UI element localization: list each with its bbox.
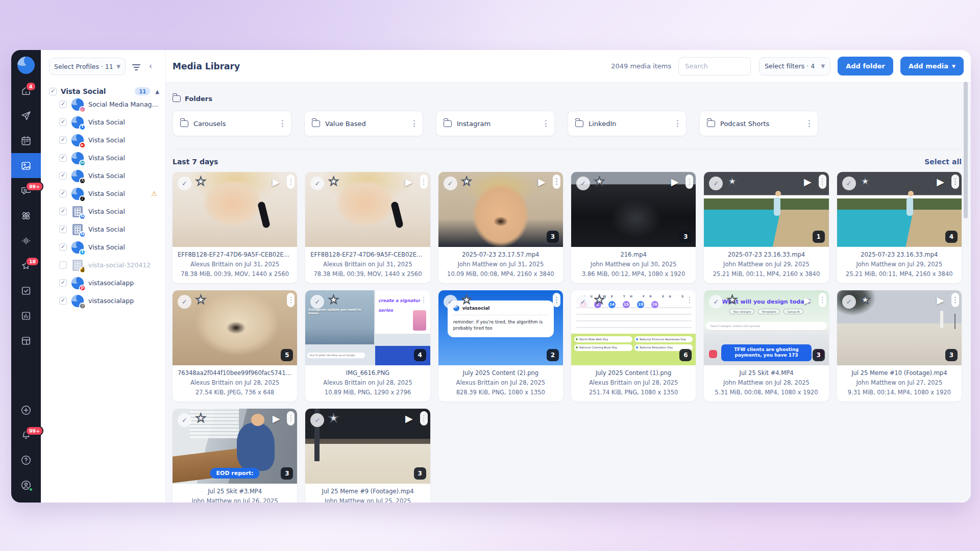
folder-chip[interactable]: Value Based <box>304 111 423 136</box>
favorite-star-icon[interactable]: ★ <box>860 174 871 188</box>
kebab-menu-icon[interactable] <box>674 118 681 129</box>
profile-row[interactable]: ▶ Vista Social <box>49 131 160 149</box>
nav-publish[interactable] <box>11 103 41 128</box>
kebab-menu-icon[interactable] <box>287 174 295 189</box>
kebab-menu-icon[interactable] <box>553 293 560 307</box>
group-checkbox[interactable] <box>49 88 57 95</box>
select-profiles-dropdown[interactable]: Select Profiles · 11 ▼ <box>49 58 126 75</box>
kebab-menu-icon[interactable] <box>410 118 418 129</box>
select-check-icon[interactable]: ✓ <box>576 295 590 309</box>
nav-home[interactable]: 4 <box>11 78 41 103</box>
profile-row[interactable]: G Vista Social <box>49 203 160 220</box>
nav-calendar[interactable] <box>11 128 41 153</box>
select-check-icon[interactable]: ✓ <box>576 177 590 190</box>
filter-icon[interactable] <box>130 60 143 73</box>
media-card[interactable]: EOD report: ✓ ★ ▶ 3 Jul 25 Skit #3.MP4 J… <box>173 409 297 503</box>
select-check-icon[interactable]: ✓ <box>444 295 457 309</box>
scrollbar-thumb[interactable] <box>964 82 968 218</box>
media-card[interactable]: ✓ ★ ▶ 4 2025-07-23 23.16.33.mp4 John Mat… <box>837 172 962 283</box>
favorite-star-icon[interactable]: ★ <box>594 174 605 188</box>
add-media-button[interactable]: Add media ▼ <box>900 57 964 76</box>
nav-dashboard[interactable] <box>11 328 41 353</box>
select-check-icon[interactable]: ✓ <box>310 177 324 190</box>
media-card[interactable]: ✓ ★ ▶ 1 2025-07-23 23.16.33.mp4 John Mat… <box>704 172 828 283</box>
favorite-star-icon[interactable]: ★ <box>195 174 206 188</box>
add-folder-button[interactable]: Add folder <box>838 57 893 76</box>
profile-row[interactable]: f Vista Social <box>49 113 160 131</box>
profile-checkbox[interactable] <box>59 190 67 197</box>
profile-checkbox[interactable] <box>59 136 67 144</box>
media-card[interactable]: vistasocial reminder: if you're tired, t… <box>438 290 563 402</box>
favorite-star-icon[interactable]: ★ <box>195 293 206 306</box>
profile-checkbox[interactable] <box>59 208 67 215</box>
kebab-menu-icon[interactable] <box>819 174 826 189</box>
profile-checkbox[interactable] <box>59 154 67 162</box>
help-button[interactable] <box>11 447 41 472</box>
select-check-icon[interactable]: ✓ <box>444 177 457 190</box>
profile-row[interactable]: in Vista Social <box>49 149 160 167</box>
media-card[interactable]: What will you design today? Your designs… <box>704 290 828 402</box>
collapse-panel-icon[interactable]: ‹ <box>147 61 154 72</box>
kebab-menu-icon[interactable] <box>420 411 428 425</box>
nav-connections[interactable] <box>11 203 41 228</box>
profile-checkbox[interactable] <box>59 279 67 287</box>
media-card[interactable]: ✓ ★ ▶ 3 2025-07-23 23.17.57.mp4 John Mat… <box>438 172 563 283</box>
chevron-up-icon[interactable]: ▲ <box>154 89 160 94</box>
kebab-menu-icon[interactable] <box>287 293 295 307</box>
profile-row[interactable]: 𝕏 Vista Social <box>49 167 160 185</box>
kebab-menu-icon[interactable] <box>951 293 959 307</box>
select-check-icon[interactable]: ✓ <box>178 177 191 190</box>
favorite-star-icon[interactable]: ★ <box>594 293 605 306</box>
select-check-icon[interactable]: ✓ <box>709 295 723 309</box>
profile-row[interactable]: t Vista Social <box>49 238 160 256</box>
media-card[interactable]: ✓ ★ 5 76348aa2f044f10bee99f960fac57411.j… <box>173 290 297 402</box>
media-card[interactable]: Instagram update you need to know: creat… <box>305 290 430 402</box>
nav-reports[interactable] <box>11 303 41 328</box>
kebab-menu-icon[interactable] <box>420 174 428 189</box>
account-button[interactable] <box>11 472 41 497</box>
vista-social-logo[interactable] <box>17 57 35 74</box>
profile-row[interactable]: p vistasocialapp <box>49 274 160 292</box>
favorite-star-icon[interactable]: ★ <box>860 293 871 306</box>
folder-chip[interactable]: Carousels <box>173 111 291 136</box>
favorite-star-icon[interactable]: ★ <box>195 411 206 424</box>
folder-chip[interactable]: Podcast Shorts <box>699 111 818 136</box>
profile-row[interactable]: G Vista Social <box>49 220 160 238</box>
select-check-icon[interactable]: ✓ <box>842 295 856 309</box>
favorite-star-icon[interactable]: ★ <box>328 174 339 188</box>
select-all-link[interactable]: Select all <box>924 158 962 166</box>
nav-media-library[interactable] <box>11 153 41 178</box>
media-card[interactable]: ✓ ★ ▶ 3 Jul 25 Meme #10 (Footage).mp4 Jo… <box>837 290 962 402</box>
kebab-menu-icon[interactable] <box>951 174 959 189</box>
favorite-star-icon[interactable]: ★ <box>727 293 738 306</box>
media-card[interactable]: TU WE TH FR SA SU 1 2 14 15 19 26 <box>571 290 696 402</box>
profile-checkbox[interactable] <box>59 226 67 233</box>
folder-chip[interactable]: LinkedIn <box>568 111 687 136</box>
profile-row[interactable]: @ vistasocialapp <box>49 292 160 310</box>
profile-checkbox[interactable] <box>59 101 67 108</box>
select-check-icon[interactable]: ✓ <box>178 295 191 309</box>
kebab-menu-icon[interactable] <box>685 174 693 189</box>
profile-group-row[interactable]: Vista Social 11 ▲ <box>49 87 160 95</box>
kebab-menu-icon[interactable] <box>542 118 549 129</box>
kebab-menu-icon[interactable] <box>819 293 826 307</box>
nav-tasks[interactable] <box>11 278 41 303</box>
search-input[interactable] <box>678 57 751 76</box>
favorite-star-icon[interactable]: ★ <box>328 411 339 424</box>
kebab-menu-icon[interactable] <box>685 293 693 307</box>
select-check-icon[interactable]: ✓ <box>842 177 856 190</box>
media-card[interactable]: ✓ ★ ▶ 3 Jul 25 Meme #9 (Footage).mp4 Joh… <box>305 409 430 503</box>
notifications-button[interactable]: 99+ <box>11 422 41 447</box>
media-card[interactable]: ✓ ★ ▶ EFF8B128-EF27-47D6-9A5F-CEB02E9C33… <box>173 172 297 283</box>
kebab-menu-icon[interactable] <box>279 118 286 129</box>
profile-checkbox[interactable] <box>59 172 67 180</box>
favorite-star-icon[interactable]: ★ <box>727 174 738 188</box>
kebab-menu-icon[interactable] <box>805 118 813 129</box>
favorite-star-icon[interactable]: ★ <box>328 293 339 306</box>
profile-checkbox[interactable] <box>59 297 67 305</box>
profile-row[interactable]: ◎ Social Media Managem... <box>49 95 160 113</box>
media-card[interactable]: ✓ ★ ▶ EFF8B128-EF27-47D6-9A5F-CEB02E9C33… <box>305 172 430 283</box>
favorite-star-icon[interactable]: ★ <box>461 174 472 188</box>
profile-checkbox[interactable] <box>59 118 67 126</box>
profile-row[interactable]: ▟ vista-social-320412 <box>49 256 160 274</box>
